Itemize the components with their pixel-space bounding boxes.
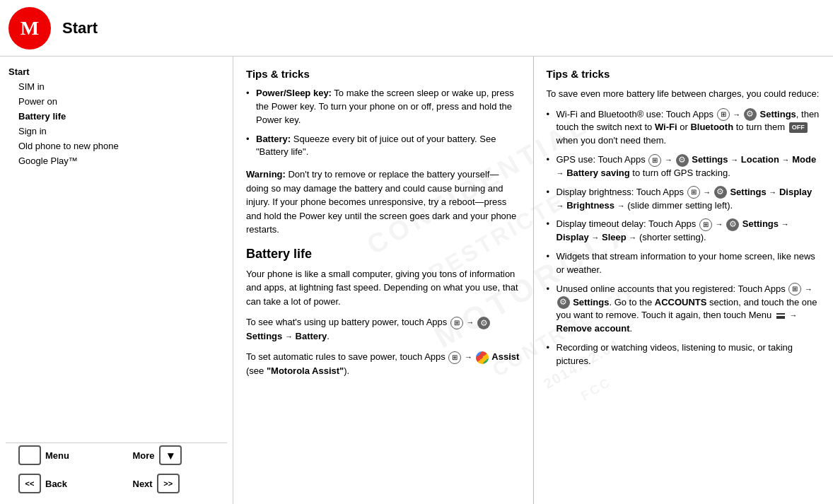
arr-r2c: → (782, 156, 790, 164)
left-bullet-list: Power/Sleep key: To make the screen slee… (246, 87, 520, 159)
arr-r3b: → (769, 187, 776, 196)
right-bullet-list: Wi-Fi and Bluetooth® use: Touch Apps ⊞ →… (547, 108, 821, 368)
more-button[interactable]: More ▾ (127, 443, 187, 468)
display-label-2: Display (557, 232, 589, 242)
sidebar-nav: Start SIM in Power on Battery life Sign … (6, 65, 227, 168)
arr-r4d: → (629, 233, 636, 242)
page-title: Start (62, 19, 98, 37)
apps-icon-r4: ⊞ (699, 218, 712, 231)
assist-label: Assist (491, 351, 519, 362)
arr-r3: → (703, 187, 711, 196)
arrow-3: → (465, 353, 472, 362)
settings-icon-r4 (726, 218, 739, 231)
back-label: Back (45, 479, 67, 489)
location-label: Location (741, 154, 779, 165)
main-content: Start SIM in Power on Battery life Sign … (0, 57, 833, 504)
brightness-label: Brightness (566, 200, 614, 211)
bottom-left-controls: Menu << Back (13, 443, 106, 496)
apps-icon-r6: ⊞ (788, 283, 801, 295)
assist-icon (476, 351, 489, 364)
right-bullet-6: Unused online accounts that you register… (547, 283, 821, 336)
menu-icon-inline (775, 311, 786, 321)
arr-r2: → (665, 156, 672, 164)
left-section-title: Tips & tricks (246, 68, 520, 80)
wifi-label: Wi-Fi (655, 122, 677, 132)
arr-r2b: → (730, 156, 738, 164)
body-3: To set automatic rules to save power, to… (246, 350, 520, 377)
menu-label: Menu (45, 450, 69, 461)
warning-block: Warning: Don't try to remove or replace … (246, 168, 520, 237)
accounts-label: ACCOUNTS (655, 297, 707, 307)
right-bullet-3: Display brightness: Touch Apps ⊞ → Setti… (547, 186, 821, 213)
apps-icon-1: ⊞ (450, 317, 463, 329)
left-bullet-1: Power/Sleep key: To make the screen slee… (246, 87, 520, 127)
content-area: CONFIDENTIAL RESTRICTED MOTOROLA CONTROL… (233, 57, 833, 504)
arr-r6b: → (789, 311, 797, 320)
back-button[interactable]: << Back (13, 471, 106, 496)
right-bullet-7: Recording or watching videos, listening … (547, 341, 821, 368)
next-label: Next (133, 479, 153, 489)
sidebar-item-power-on[interactable]: Power on (6, 95, 227, 108)
left-panel: Tips & tricks Power/Sleep key: To make t… (233, 57, 534, 504)
power-sleep-label: Power/Sleep key: (256, 88, 332, 98)
arr-r6: → (805, 284, 812, 293)
arr-r3c: → (557, 201, 564, 209)
battery-life-heading: Battery life (246, 247, 520, 262)
arr-r4c: → (591, 233, 599, 242)
arr-r3d: → (617, 201, 625, 209)
body-1: Your phone is like a small computer, giv… (246, 267, 520, 309)
apps-icon-r2: ⊞ (648, 154, 661, 167)
right-bullet-2: GPS use: Touch Apps ⊞ → Settings → Locat… (547, 153, 821, 180)
sidebar: Start SIM in Power on Battery life Sign … (0, 57, 233, 504)
motorola-assist-label: "Motorola Assist" (267, 365, 344, 376)
right-bullet-4: Display timeout delay: Touch Apps ⊞ → Se… (547, 218, 821, 245)
menu-button[interactable]: Menu (13, 443, 106, 468)
battery-label: Battery: (256, 134, 291, 144)
motorola-logo: M (8, 7, 51, 49)
battery-saving-label: Battery saving (566, 168, 630, 178)
settings-icon-r6 (557, 296, 570, 309)
sidebar-item-old-phone[interactable]: Old phone to new phone (6, 139, 227, 153)
sidebar-item-start[interactable]: Start (6, 65, 227, 78)
next-icon: >> (157, 474, 180, 493)
warning-text: Don't try to remove or replace the batte… (246, 169, 516, 235)
body-2: To see what's using up battery power, to… (246, 315, 520, 343)
more-icon: ▾ (159, 445, 182, 465)
back-icon: << (18, 474, 41, 493)
sidebar-item-sign-in[interactable]: Sign in (6, 124, 227, 138)
right-bullet-5: Widgets that stream information to your … (547, 250, 821, 277)
settings-r2: Settings (692, 154, 728, 165)
apps-icon-r1: ⊞ (717, 108, 730, 121)
mode-label: Mode (792, 154, 816, 165)
bottom-right-controls: More ▾ Next >> (113, 443, 221, 496)
warning-label: Warning: (246, 169, 286, 180)
sidebar-item-battery-life[interactable]: Battery life (6, 110, 227, 123)
settings-r4: Settings (742, 218, 779, 229)
next-button[interactable]: Next >> (127, 471, 185, 496)
settings-r3: Settings (730, 187, 766, 197)
apps-icon-2: ⊞ (448, 351, 461, 364)
bt-label: Bluetooth (690, 122, 733, 132)
off-badge: OFF (789, 122, 808, 133)
settings-label-1: Settings (246, 331, 285, 341)
sidebar-item-google-play[interactable]: Google Play™ (6, 154, 227, 168)
right-panel: Tips & tricks To save even more battery … (534, 57, 834, 504)
settings-r1: Settings (760, 109, 796, 119)
arrow-2: → (285, 332, 293, 341)
menu-grid-icon (18, 445, 41, 465)
battery-text: Squeeze every bit of juice out of your b… (256, 134, 496, 158)
apps-icon-r3: ⊞ (687, 186, 700, 199)
display-label: Display (779, 187, 812, 197)
settings-icon-r1 (744, 108, 757, 121)
right-intro: To save even more battery life between c… (547, 87, 821, 101)
logo-letter: M (21, 17, 39, 40)
remove-account-label: Remove account (557, 323, 630, 334)
battery-label-link: Battery (296, 331, 327, 341)
sleep-label: Sleep (602, 232, 627, 242)
arr-r4: → (716, 220, 723, 228)
header: M Start (0, 0, 833, 57)
bottom-bar: Menu << Back More ▾ Next >> (6, 443, 227, 496)
sidebar-item-sim-in[interactable]: SIM in (6, 80, 227, 93)
settings-r6: Settings (573, 297, 609, 307)
right-section-title: Tips & tricks (547, 68, 821, 80)
